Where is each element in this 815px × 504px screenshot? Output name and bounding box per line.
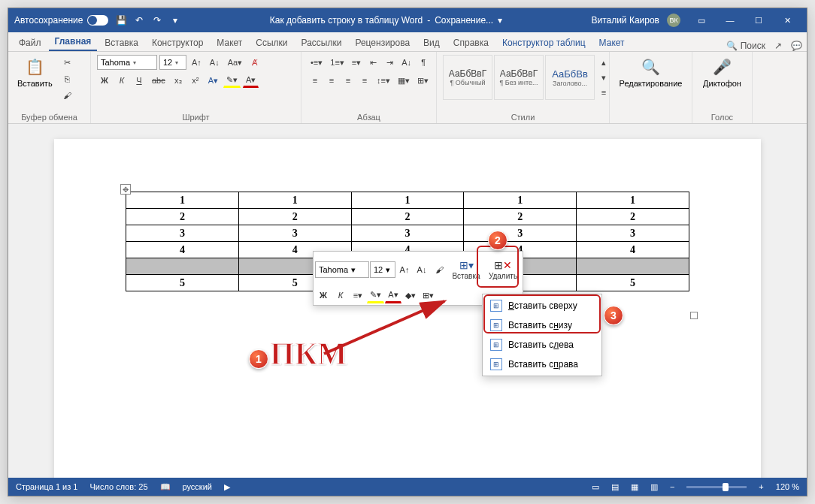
table-row[interactable]: 33333 — [126, 225, 689, 242]
mt-delete-button[interactable]: ⊞✕ Удалить — [485, 253, 521, 286]
search-box[interactable]: 🔍 Поиск — [726, 41, 765, 51]
underline-button[interactable]: Ч — [132, 73, 147, 88]
zoom-level[interactable]: 120 % — [776, 482, 799, 491]
paste-button[interactable]: 📋 Вставить — [14, 55, 56, 89]
table-cell[interactable]: 3 — [238, 225, 351, 242]
maximize-icon[interactable]: ☐ — [745, 11, 772, 29]
tab-home[interactable]: Главная — [49, 33, 98, 51]
ribbon-options-icon[interactable]: ▭ — [688, 11, 715, 29]
mt-highlight-icon[interactable]: ✎▾ — [367, 287, 384, 303]
format-painter-icon[interactable]: 🖌 — [60, 88, 75, 103]
spellcheck-icon[interactable]: 📖 — [160, 482, 171, 492]
insert-left-item[interactable]: ⊞ Вставить слева — [484, 335, 600, 355]
table-cell[interactable] — [577, 258, 689, 275]
table-cell[interactable]: 3 — [577, 225, 689, 242]
table-row[interactable]: 11111 — [126, 192, 689, 209]
mt-shrink-icon[interactable]: A↓ — [414, 261, 430, 278]
inc-indent-icon[interactable]: ⇥ — [382, 55, 397, 70]
font-family-combo[interactable]: Tahoma▾ — [97, 55, 157, 70]
mt-fontcolor-icon[interactable]: A▾ — [385, 287, 401, 303]
font-color-icon[interactable]: A▾ — [243, 73, 259, 88]
subscript-icon[interactable]: x₂ — [171, 73, 186, 88]
tab-insert[interactable]: Вставка — [98, 35, 144, 51]
tab-layout[interactable]: Макет — [211, 35, 248, 51]
tab-review[interactable]: Рецензирова — [349, 35, 416, 51]
sort-icon[interactable]: A↓ — [398, 55, 414, 70]
table-cell[interactable]: 1 — [577, 192, 689, 209]
mt-borders-icon[interactable]: ⊞▾ — [420, 287, 437, 303]
table-cell[interactable]: 2 — [238, 209, 351, 225]
table-move-handle-icon[interactable]: ✥ — [120, 184, 131, 195]
focus-mode-icon[interactable]: ▭ — [592, 482, 599, 492]
clear-format-icon[interactable]: A̸ — [247, 55, 262, 70]
cut-icon[interactable]: ✂ — [60, 55, 75, 70]
styles-more-icon[interactable]: ≡ — [596, 85, 611, 100]
zoom-out-icon[interactable]: − — [670, 482, 674, 491]
table-cell[interactable]: 3 — [351, 225, 464, 242]
table-resize-handle-icon[interactable] — [690, 312, 698, 319]
status-lang[interactable]: русский — [183, 482, 212, 491]
comments-icon[interactable]: 💬 — [791, 41, 802, 51]
dec-indent-icon[interactable]: ⇤ — [365, 55, 380, 70]
mt-font-combo[interactable]: Tahoma▾ — [315, 261, 369, 278]
status-words[interactable]: Число слов: 25 — [89, 482, 147, 491]
mt-align-icon[interactable]: ≡▾ — [350, 287, 366, 303]
tab-design[interactable]: Конструктор — [146, 35, 209, 51]
zoom-slider[interactable] — [686, 486, 747, 488]
mt-grow-icon[interactable]: A↑ — [396, 261, 413, 278]
show-marks-icon[interactable]: ¶ — [416, 55, 431, 70]
table-cell[interactable]: 5 — [126, 275, 239, 291]
style-nospacing[interactable]: АаБбВвГ ¶ Без инте... — [494, 55, 544, 100]
highlight-icon[interactable]: ✎▾ — [223, 73, 241, 88]
avatar[interactable]: ВК — [667, 14, 680, 27]
table-cell[interactable]: 4 — [577, 242, 689, 258]
shading-icon[interactable]: ▦▾ — [395, 73, 413, 88]
tab-references[interactable]: Ссылки — [250, 35, 293, 51]
save-icon[interactable]: 💾 — [116, 15, 126, 26]
table-cell[interactable]: 1 — [464, 192, 577, 209]
mt-bold-button[interactable]: Ж — [315, 287, 332, 303]
text-effects-icon[interactable]: A▾ — [205, 73, 221, 88]
table-cell[interactable] — [126, 258, 239, 275]
editing-button[interactable]: 🔍 Редактирование — [617, 55, 686, 89]
strike-button[interactable]: abc — [149, 73, 168, 88]
borders-icon[interactable]: ⊞▾ — [414, 73, 432, 88]
mt-insert-button[interactable]: ⊞▾ Вставка — [448, 253, 484, 286]
insert-below-item[interactable]: ⊞ Вставить снизу — [484, 315, 600, 335]
web-layout-icon[interactable]: ▥ — [650, 482, 658, 492]
shrink-font-icon[interactable]: A↓ — [207, 55, 223, 70]
autosave-toggle[interactable]: Автосохранение — [14, 15, 108, 26]
table-cell[interactable]: 5 — [577, 275, 689, 291]
style-normal[interactable]: АаБбВвГ ¶ Обычный — [443, 55, 492, 100]
mt-shading-icon[interactable]: ◆▾ — [402, 287, 419, 303]
italic-button[interactable]: К — [114, 73, 129, 88]
tab-help[interactable]: Справка — [447, 35, 495, 51]
table-row[interactable]: 22222 — [126, 209, 689, 225]
redo-icon[interactable]: ↷ — [152, 15, 162, 26]
align-center-icon[interactable]: ≡ — [324, 73, 339, 88]
qat-dropdown-icon[interactable]: ▾ — [170, 15, 180, 26]
grow-font-icon[interactable]: A↑ — [189, 55, 205, 70]
numbering-icon[interactable]: 1≡▾ — [327, 55, 347, 70]
close-icon[interactable]: ✕ — [774, 11, 801, 29]
print-layout-icon[interactable]: ▦ — [631, 482, 638, 492]
table-cell[interactable]: 2 — [126, 209, 239, 225]
align-right-icon[interactable]: ≡ — [341, 73, 356, 88]
table-cell[interactable]: 3 — [464, 225, 577, 242]
zoom-in-icon[interactable]: + — [759, 482, 763, 491]
mt-format-painter-icon[interactable]: 🖌 — [431, 261, 447, 278]
superscript-icon[interactable]: x² — [188, 73, 203, 88]
read-mode-icon[interactable]: ▤ — [611, 482, 619, 492]
minimize-icon[interactable]: — — [717, 11, 744, 29]
table-cell[interactable]: 4 — [126, 242, 239, 258]
copy-icon[interactable]: ⎘ — [60, 71, 75, 86]
change-case-icon[interactable]: Aa▾ — [225, 55, 245, 70]
table-cell[interactable]: 2 — [351, 209, 464, 225]
table-cell[interactable]: 2 — [464, 209, 577, 225]
tab-file[interactable]: Файл — [13, 35, 47, 51]
tab-table-design[interactable]: Конструктор таблиц — [496, 35, 592, 51]
macro-icon[interactable]: ▶ — [224, 482, 230, 492]
share-icon[interactable]: ↗ — [774, 41, 782, 51]
tab-table-layout[interactable]: Макет — [593, 35, 631, 51]
table-cell[interactable]: 1 — [351, 192, 464, 209]
